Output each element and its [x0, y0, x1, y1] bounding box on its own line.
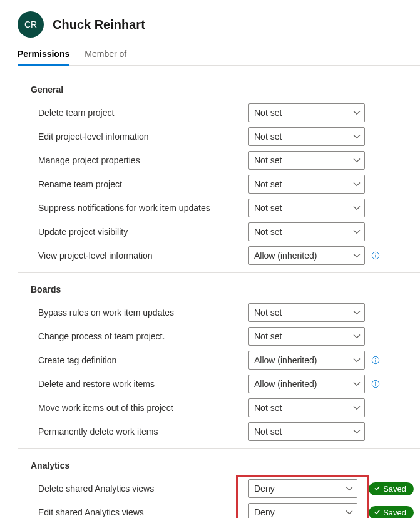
perm-select-create-tag[interactable]: Allow (inherited) — [248, 351, 365, 370]
saved-badge: Saved — [369, 506, 414, 519]
svg-point-7 — [375, 382, 376, 383]
section-header-analytics: Analytics — [18, 454, 420, 477]
perm-label: Update project visibility — [38, 227, 248, 237]
section-divider — [18, 272, 420, 273]
info-icon[interactable] — [371, 380, 380, 388]
section-header-general: General — [18, 78, 420, 101]
perm-select-value: Not set — [254, 308, 282, 318]
perm-row-update-project-visibility: Update project visibility Not set — [18, 220, 420, 244]
perm-label: Move work items out of this project — [38, 403, 248, 413]
perm-select-value: Allow (inherited) — [254, 355, 317, 365]
chevron-down-icon — [353, 404, 361, 412]
svg-rect-8 — [375, 383, 376, 386]
perm-select-delete-restore-work-items[interactable]: Allow (inherited) — [248, 375, 365, 393]
perm-select-value: Deny — [254, 507, 275, 517]
perm-select-delete-team-project[interactable]: Not set — [248, 103, 365, 122]
avatar: CR — [18, 11, 44, 38]
section-header-boards: Boards — [18, 278, 420, 301]
saved-badge-label: Saved — [383, 508, 406, 517]
perm-row-view-project-level-info: View project-level information Allow (in… — [18, 244, 420, 267]
perm-row-change-process: Change process of team project. Not set — [18, 324, 420, 348]
perm-select-edit-project-level-info[interactable]: Not set — [248, 127, 365, 146]
tab-member-of-label: Member of — [85, 49, 126, 59]
perm-label: Bypass rules on work item updates — [38, 308, 248, 318]
chevron-down-icon — [353, 380, 361, 388]
chevron-down-icon — [353, 133, 361, 140]
perm-select-bypass-rules[interactable]: Not set — [248, 303, 365, 322]
tab-permissions-label: Permissions — [18, 49, 69, 59]
perm-row-delete-restore-work-items: Delete and restore work items Allow (inh… — [18, 372, 420, 396]
perm-select-value: Not set — [254, 155, 282, 165]
chevron-down-icon — [346, 485, 353, 492]
perm-select-permanently-delete[interactable]: Not set — [248, 422, 365, 441]
perm-select-value: Not set — [254, 203, 282, 213]
perm-row-rename-team-project: Rename team project Not set — [18, 172, 420, 196]
perm-select-value: Deny — [254, 484, 275, 494]
chevron-down-icon — [353, 428, 361, 435]
chevron-down-icon — [353, 333, 361, 340]
perm-select-value: Not set — [254, 227, 282, 237]
chevron-down-icon — [353, 180, 361, 188]
perm-select-value: Not set — [254, 132, 282, 142]
perm-row-move-work-items: Move work items out of this project Not … — [18, 396, 420, 420]
perm-select-suppress-notifications[interactable]: Not set — [248, 199, 365, 217]
svg-rect-2 — [375, 255, 376, 257]
perm-select-delete-shared-views[interactable]: Deny — [248, 479, 357, 498]
perm-row-edit-project-level-info: Edit project-level information Not set — [18, 125, 420, 148]
avatar-initials: CR — [24, 19, 37, 29]
perm-select-value: Allow (inherited) — [254, 379, 317, 389]
saved-badge-label: Saved — [383, 484, 406, 494]
chevron-down-icon — [353, 157, 361, 164]
chevron-down-icon — [353, 109, 361, 117]
svg-point-1 — [375, 254, 376, 255]
perm-select-move-work-items[interactable]: Not set — [248, 398, 365, 417]
perm-label: Change process of team project. — [38, 331, 248, 341]
perm-row-delete-team-project: Delete team project Not set — [18, 101, 420, 125]
perm-select-value: Not set — [254, 427, 282, 437]
svg-point-4 — [375, 358, 376, 360]
perm-select-rename-team-project[interactable]: Not set — [248, 175, 365, 194]
perm-label: Delete and restore work items — [38, 379, 248, 389]
perm-label: Rename team project — [38, 179, 248, 189]
perm-select-value: Not set — [254, 179, 282, 189]
permissions-panel: General Delete team project Not set Edit… — [18, 65, 420, 518]
perm-label: Delete team project — [38, 108, 248, 118]
perm-select-view-project-level-info[interactable]: Allow (inherited) — [248, 246, 365, 265]
info-icon[interactable] — [371, 251, 380, 260]
section-divider — [18, 448, 420, 449]
perm-select-manage-project-properties[interactable]: Not set — [248, 151, 365, 170]
chevron-down-icon — [353, 228, 361, 236]
saved-badge: Saved — [369, 482, 414, 495]
page-title: Chuck Reinhart — [53, 18, 145, 32]
tab-permissions[interactable]: Permissions — [18, 45, 69, 66]
perm-select-value: Not set — [254, 108, 282, 118]
tab-member-of[interactable]: Member of — [85, 45, 126, 66]
chevron-down-icon — [353, 356, 361, 364]
perm-select-change-process[interactable]: Not set — [248, 327, 365, 346]
perm-row-delete-shared-views: Delete shared Analytics views Deny Saved — [18, 477, 420, 500]
perm-select-value: Not set — [254, 331, 282, 341]
check-icon — [374, 508, 381, 517]
info-icon[interactable] — [371, 356, 380, 365]
perm-row-bypass-rules: Bypass rules on work item updates Not se… — [18, 301, 420, 324]
perm-select-value: Not set — [254, 403, 282, 413]
perm-label: Edit shared Analytics views — [38, 507, 248, 517]
perm-row-suppress-notifications: Suppress notifications for work item upd… — [18, 196, 420, 220]
chevron-down-icon — [353, 204, 361, 212]
perm-row-manage-project-properties: Manage project properties Not set — [18, 148, 420, 172]
perm-select-edit-shared-views[interactable]: Deny — [248, 503, 357, 518]
perm-row-create-tag: Create tag definition Allow (inherited) — [18, 348, 420, 372]
perm-label: View project-level information — [38, 251, 248, 261]
perm-label: Permanently delete work items — [38, 427, 248, 437]
check-icon — [374, 484, 381, 494]
perm-label: Create tag definition — [38, 355, 248, 365]
perm-select-update-project-visibility[interactable]: Not set — [248, 222, 365, 241]
perm-select-value: Allow (inherited) — [254, 251, 317, 261]
perm-row-edit-shared-views: Edit shared Analytics views Deny Saved — [18, 500, 420, 518]
chevron-down-icon — [346, 509, 353, 516]
page-header: CR Chuck Reinhart — [0, 0, 420, 45]
perm-row-permanently-delete: Permanently delete work items Not set — [18, 420, 420, 443]
perm-label: Manage project properties — [38, 155, 248, 165]
perm-label: Suppress notifications for work item upd… — [38, 203, 248, 213]
chevron-down-icon — [353, 309, 361, 316]
